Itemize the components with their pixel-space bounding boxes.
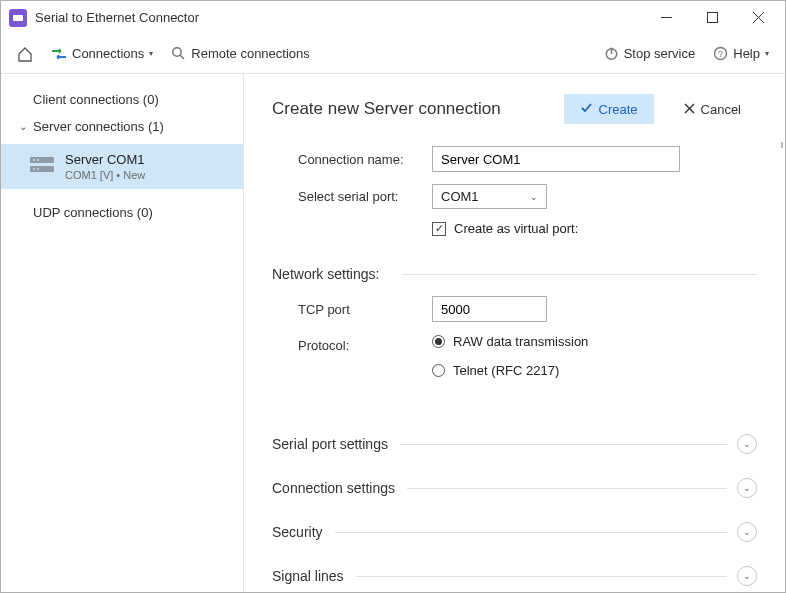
scrollbar[interactable]	[773, 74, 785, 593]
close-icon	[684, 102, 695, 117]
connection-name-input[interactable]	[432, 146, 680, 172]
help-label: Help	[733, 46, 760, 61]
svg-point-14	[37, 159, 39, 161]
window-title: Serial to Ethernet Connector	[35, 10, 643, 25]
telnet-protocol-label: Telnet (RFC 2217)	[453, 363, 559, 378]
minimize-button[interactable]	[643, 3, 689, 33]
sidebar-item-udp[interactable]: UDP connections (0)	[1, 199, 243, 226]
accordion-label: Signal lines	[272, 568, 344, 584]
svg-point-16	[37, 168, 39, 170]
check-icon	[580, 101, 593, 117]
accordion-connection-settings[interactable]: Connection settings ⌄	[272, 472, 757, 504]
stop-service-label: Stop service	[624, 46, 696, 61]
sidebar-item-server[interactable]: ⌄ Server connections (1)	[1, 113, 243, 140]
chevron-down-icon: ⌄	[737, 478, 757, 498]
create-virtual-label: Create as virtual port:	[454, 221, 578, 236]
help-menu[interactable]: ? Help ▾	[707, 42, 775, 65]
power-icon	[604, 46, 619, 61]
svg-point-13	[33, 159, 35, 161]
chevron-down-icon: ⌄	[19, 121, 29, 132]
accordion-label: Connection settings	[272, 480, 395, 496]
connection-name-label: Connection name:	[272, 152, 432, 167]
chevron-down-icon: ▾	[149, 49, 153, 58]
network-settings-heading: Network settings:	[272, 266, 757, 282]
chevron-down-icon: ⌄	[737, 434, 757, 454]
telnet-protocol-radio[interactable]	[432, 364, 445, 377]
cancel-label: Cancel	[701, 102, 741, 117]
sidebar-label: UDP connections (0)	[33, 205, 153, 220]
svg-line-6	[180, 55, 184, 59]
connections-icon	[51, 46, 67, 62]
toolbar: Connections ▾ Remote connections Stop se…	[1, 34, 785, 74]
connection-subtitle: COM1 [V] • New	[65, 169, 145, 181]
accordion-label: Security	[272, 524, 323, 540]
select-port-label: Select serial port:	[272, 189, 432, 204]
create-virtual-checkbox[interactable]: ✓	[432, 222, 446, 236]
accordion-security[interactable]: Security ⌄	[272, 516, 757, 548]
page-title: Create new Server connection	[272, 99, 564, 119]
titlebar: Serial to Ethernet Connector	[1, 1, 785, 34]
search-icon	[171, 46, 186, 61]
protocol-label: Protocol:	[272, 338, 432, 353]
connections-menu[interactable]: Connections ▾	[45, 42, 159, 66]
home-button[interactable]	[11, 42, 39, 66]
chevron-down-icon: ⌄	[737, 522, 757, 542]
raw-protocol-radio[interactable]	[432, 335, 445, 348]
create-label: Create	[599, 102, 638, 117]
chevron-down-icon: ▾	[765, 49, 769, 58]
help-icon: ?	[713, 46, 728, 61]
app-icon	[9, 9, 27, 27]
chevron-down-icon: ⌄	[530, 192, 538, 202]
sidebar-item-client[interactable]: Client connections (0)	[1, 86, 243, 113]
serial-port-icon	[29, 155, 55, 178]
tcp-port-input[interactable]	[432, 296, 547, 322]
stop-service-button[interactable]: Stop service	[598, 42, 702, 65]
accordion-signal-lines[interactable]: Signal lines ⌄	[272, 560, 757, 592]
svg-point-5	[173, 48, 181, 56]
create-button[interactable]: Create	[564, 94, 654, 124]
svg-text:?: ?	[718, 49, 723, 59]
svg-point-15	[33, 168, 35, 170]
maximize-button[interactable]	[689, 3, 735, 33]
close-button[interactable]	[735, 3, 781, 33]
sidebar-label: Server connections (1)	[33, 119, 164, 134]
remote-connections-button[interactable]: Remote connections	[165, 42, 316, 65]
svg-rect-2	[707, 13, 717, 23]
connection-title: Server COM1	[65, 152, 145, 167]
tcp-port-label: TCP port	[272, 302, 432, 317]
chevron-down-icon: ⌄	[737, 566, 757, 586]
main-pane: Create new Server connection Create Canc…	[244, 74, 785, 593]
accordion-serial-port[interactable]: Serial port settings ⌄	[272, 428, 757, 460]
serial-port-select[interactable]: COM1 ⌄	[432, 184, 547, 209]
connections-label: Connections	[72, 46, 144, 61]
svg-rect-0	[13, 15, 23, 21]
cancel-button[interactable]: Cancel	[668, 95, 757, 124]
accordion-label: Serial port settings	[272, 436, 388, 452]
sidebar-item-server-com1[interactable]: Server COM1 COM1 [V] • New	[1, 144, 243, 189]
sidebar-label: Client connections (0)	[33, 92, 159, 107]
home-icon	[17, 46, 33, 62]
remote-label: Remote connections	[191, 46, 310, 61]
select-value: COM1	[441, 189, 479, 204]
sidebar: Client connections (0) ⌄ Server connecti…	[1, 74, 244, 593]
raw-protocol-label: RAW data transmission	[453, 334, 588, 349]
